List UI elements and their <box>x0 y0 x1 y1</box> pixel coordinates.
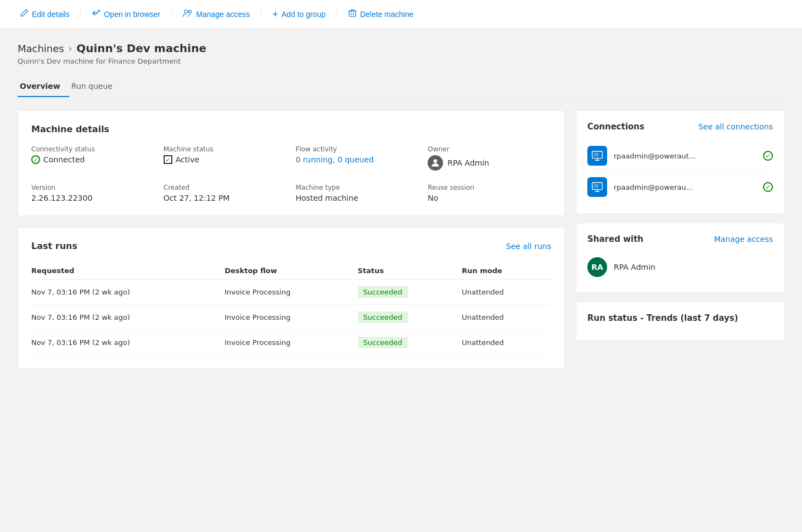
created-field: Created Oct 27, 12:12 PM <box>164 184 287 202</box>
connection-icon <box>587 177 607 197</box>
col-requested: Requested <box>31 262 225 280</box>
svg-rect-7 <box>594 184 599 188</box>
cell-flow: Invoice Processing <box>225 280 357 305</box>
edit-details-label: Edit details <box>32 10 69 19</box>
connection-item[interactable]: rpaadmin@powerau... ✓ <box>587 172 773 202</box>
tab-overview[interactable]: Overview <box>18 76 69 97</box>
cell-status: Succeeded <box>358 305 462 330</box>
edit-details-button[interactable]: Edit details <box>13 5 76 23</box>
table-row[interactable]: Nov 7, 03:16 PM (2 wk ago) Invoice Proce… <box>31 280 551 305</box>
table-row[interactable]: Nov 7, 03:16 PM (2 wk ago) Invoice Proce… <box>31 305 551 330</box>
toolbar-divider-3 <box>261 9 261 20</box>
manage-access-label: Manage access <box>196 10 250 19</box>
svg-point-0 <box>184 10 188 13</box>
active-check-icon: ✓ <box>164 155 172 164</box>
version-label: Version <box>31 184 155 191</box>
machine-type-label: Machine type <box>296 184 419 191</box>
page-subtitle: Quinn's Dev machine for Finance Departme… <box>18 57 784 65</box>
connection-name: rpaadmin@powerau... <box>614 183 756 191</box>
created-value: Oct 27, 12:12 PM <box>164 194 230 202</box>
owner-avatar <box>428 155 443 171</box>
col-run-mode: Run mode <box>462 262 551 280</box>
cell-requested: Nov 7, 03:16 PM (2 wk ago) <box>31 280 225 305</box>
last-runs-table: Requested Desktop flow Status Run mode N… <box>31 262 551 355</box>
breadcrumb-separator: › <box>69 43 72 54</box>
tabs: Overview Run queue <box>18 76 784 97</box>
connection-item[interactable]: rpaadmin@poweraut... ✓ <box>587 140 773 172</box>
last-runs-card: Last runs See all runs Requested Desktop… <box>18 227 565 369</box>
manage-access-icon <box>183 9 193 20</box>
connections-card: Connections See all connections rpaadmin… <box>576 110 784 214</box>
tab-run-queue[interactable]: Run queue <box>69 76 121 97</box>
shared-user-item: RA RPA Admin <box>587 253 773 281</box>
svg-point-3 <box>434 159 438 163</box>
version-field: Version 2.26.123.22300 <box>31 184 155 202</box>
browser-icon <box>92 9 100 20</box>
svg-point-1 <box>189 10 192 13</box>
cell-flow: Invoice Processing <box>225 330 357 355</box>
cell-run-mode: Unattended <box>462 280 551 305</box>
breadcrumb-current: Quinn's Dev machine <box>76 42 206 55</box>
flow-activity-label: Flow activity <box>296 145 419 153</box>
connected-check-icon: ✓ <box>31 155 40 164</box>
col-status: Status <box>358 262 462 280</box>
cell-requested: Nov 7, 03:16 PM (2 wk ago) <box>31 305 225 330</box>
table-row[interactable]: Nov 7, 03:16 PM (2 wk ago) Invoice Proce… <box>31 330 551 355</box>
flow-activity-field: Flow activity 0 running, 0 queued <box>296 145 419 171</box>
owner-label: Owner <box>428 145 551 153</box>
cell-status: Succeeded <box>358 280 462 305</box>
open-browser-button[interactable]: Open in browser <box>85 5 167 23</box>
see-all-runs-link[interactable]: See all runs <box>506 242 551 251</box>
col-desktop-flow: Desktop flow <box>225 262 357 280</box>
connectivity-label: Connectivity status <box>31 145 155 153</box>
see-all-connections-link[interactable]: See all connections <box>698 122 773 131</box>
machine-status-field: Machine status ✓ Active <box>164 145 287 171</box>
connectivity-status-field: Connectivity status ✓ Connected <box>31 145 155 171</box>
trends-title: Run status - Trends (last 7 days) <box>587 313 773 323</box>
machine-status-value: Active <box>176 155 199 164</box>
toolbar-divider-1 <box>80 9 81 20</box>
add-to-group-button[interactable]: + Add to group <box>266 6 332 22</box>
version-value: 2.26.123.22300 <box>31 194 92 202</box>
connections-title: Connections <box>587 122 644 132</box>
machine-status-label: Machine status <box>164 145 287 153</box>
connection-name: rpaadmin@poweraut... <box>614 152 756 160</box>
reuse-label: Reuse session <box>428 184 551 191</box>
delete-machine-button[interactable]: Delete machine <box>341 5 420 23</box>
reuse-session-field: Reuse session No <box>428 184 551 202</box>
toolbar: Edit details Open in browser Manage acce… <box>0 0 802 29</box>
owner-field: Owner RPA Admin <box>428 145 551 171</box>
shared-with-card: Shared with Manage access RA RPA Admin <box>576 223 784 293</box>
machine-type-value: Hosted machine <box>296 194 358 202</box>
cell-status: Succeeded <box>358 330 462 355</box>
connection-status-icon: ✓ <box>763 182 773 192</box>
manage-access-button[interactable]: Manage access <box>176 5 256 23</box>
connection-status-icon: ✓ <box>763 151 773 161</box>
flow-activity-value: 0 running, 0 queued <box>296 155 374 164</box>
shared-with-title: Shared with <box>587 234 643 244</box>
breadcrumb: Machines › Quinn's Dev machine <box>18 42 784 55</box>
svg-rect-5 <box>594 153 599 157</box>
svg-rect-2 <box>349 11 356 16</box>
connectivity-value: Connected <box>43 155 85 164</box>
open-browser-label: Open in browser <box>104 10 160 19</box>
reuse-value: No <box>428 194 438 202</box>
created-label: Created <box>164 184 287 191</box>
manage-access-link[interactable]: Manage access <box>714 235 773 244</box>
cell-requested: Nov 7, 03:16 PM (2 wk ago) <box>31 330 225 355</box>
machine-type-field: Machine type Hosted machine <box>296 184 419 202</box>
delete-icon <box>348 9 357 20</box>
cell-run-mode: Unattended <box>462 330 551 355</box>
breadcrumb-parent[interactable]: Machines <box>18 43 64 54</box>
shared-user-avatar: RA <box>587 257 607 277</box>
edit-icon <box>20 9 29 20</box>
last-runs-title: Last runs <box>31 241 77 251</box>
toolbar-divider-4 <box>336 9 337 20</box>
shared-user-name: RPA Admin <box>614 263 655 271</box>
cell-run-mode: Unattended <box>462 305 551 330</box>
machine-details-title: Machine details <box>31 124 551 134</box>
add-to-group-label: Add to group <box>282 10 326 19</box>
delete-machine-label: Delete machine <box>360 10 413 19</box>
owner-value: RPA Admin <box>447 159 489 167</box>
toolbar-divider-2 <box>171 9 172 20</box>
